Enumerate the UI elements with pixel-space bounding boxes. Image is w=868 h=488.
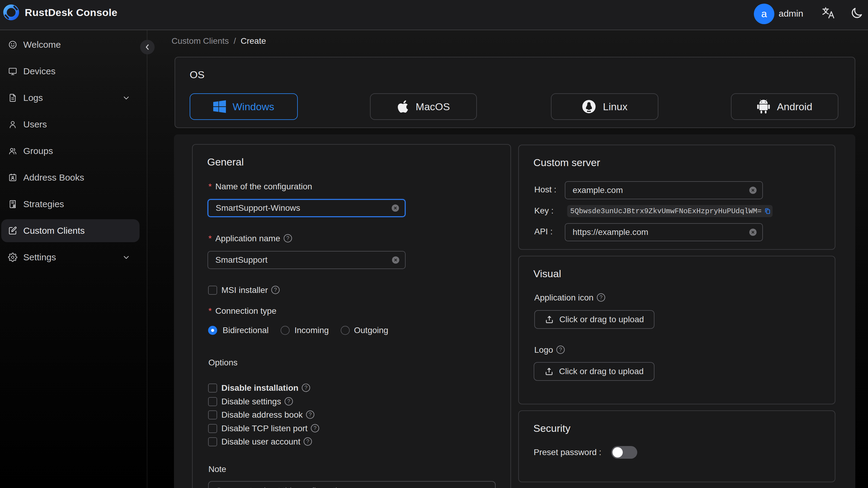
svg-text:?: ? bbox=[599, 295, 602, 301]
svg-text:?: ? bbox=[559, 347, 562, 353]
svg-text:?: ? bbox=[307, 438, 310, 445]
svg-text:?: ? bbox=[313, 425, 316, 431]
svg-text:?: ? bbox=[287, 398, 290, 404]
svg-text:?: ? bbox=[304, 385, 307, 391]
svg-text:?: ? bbox=[274, 287, 277, 293]
svg-text:?: ? bbox=[286, 235, 289, 241]
svg-text:?: ? bbox=[309, 411, 312, 418]
